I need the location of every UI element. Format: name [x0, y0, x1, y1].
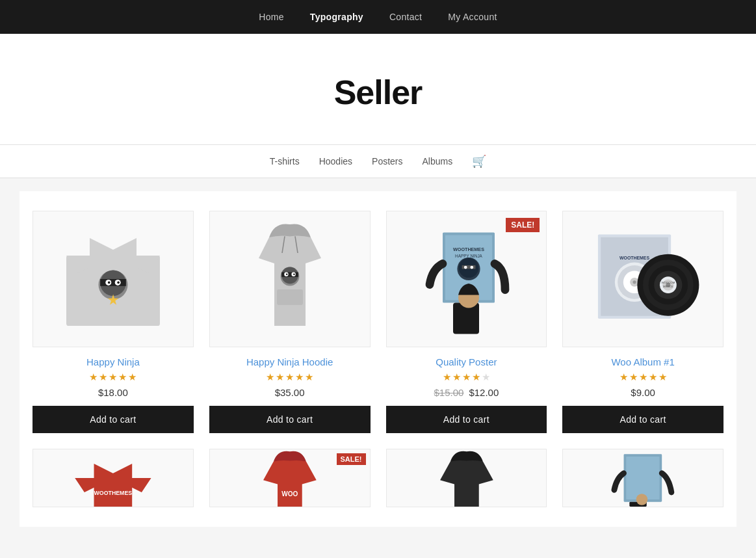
- svg-rect-15: [281, 272, 298, 277]
- product-stars-2: ★★★★★: [266, 371, 313, 383]
- svg-marker-48: [75, 464, 151, 507]
- product-image-2: [209, 211, 371, 347]
- cat-tshirts[interactable]: T-shirts: [270, 156, 300, 166]
- add-to-cart-button-1[interactable]: Add to cart: [33, 406, 194, 433]
- nav-contact[interactable]: Contact: [389, 12, 422, 22]
- nav-typography[interactable]: Typography: [310, 12, 363, 22]
- svg-point-19: [293, 274, 294, 275]
- partial-card-3: [386, 449, 547, 507]
- nav-my-account[interactable]: My Account: [448, 12, 497, 22]
- product-title-1[interactable]: Happy Ninja: [86, 356, 140, 367]
- product-stars-1: ★★★★★: [89, 371, 137, 383]
- svg-point-54: [636, 494, 648, 505]
- product-title-2[interactable]: Happy Ninja Hoodie: [246, 356, 333, 367]
- nav-home[interactable]: Home: [259, 12, 284, 22]
- svg-text:WOOTHEMES: WOOTHEMES: [94, 490, 133, 496]
- partial-card-1: WOOTHEMES: [33, 449, 194, 507]
- top-navigation: Home Typography Contact My Account: [0, 0, 756, 34]
- svg-text:HAPPY NINJA: HAPPY NINJA: [455, 253, 483, 258]
- svg-point-8: [117, 282, 120, 284]
- products-grid-partial: WOOTHEMES SALE! WOO: [33, 449, 723, 507]
- cat-posters[interactable]: Posters: [372, 156, 402, 166]
- svg-rect-10: [277, 289, 303, 305]
- hero-section: Seller: [0, 34, 756, 145]
- svg-rect-52: [626, 457, 659, 499]
- product-image-3: SALE! WOOTHEMES HAPPY NINJA: [386, 211, 547, 347]
- sale-badge-partial-2: SALE!: [337, 453, 366, 465]
- partial-image-3: [386, 449, 547, 507]
- add-to-cart-button-2[interactable]: Add to cart: [209, 406, 371, 433]
- svg-text:WOOTHEMES: WOOTHEMES: [453, 246, 484, 252]
- svg-text:WOOCOM: WOOCOM: [662, 280, 675, 284]
- sale-badge-3: SALE!: [506, 218, 540, 232]
- product-image-4: WOOTHEMES WOOCOM: [562, 211, 723, 347]
- svg-text:MERCE: MERCE: [663, 284, 673, 287]
- products-section: Happy Ninja ★★★★★ $18.00 Add to cart: [20, 191, 736, 527]
- svg-point-27: [464, 265, 467, 269]
- product-price-1: $18.00: [98, 387, 128, 398]
- product-stars-4: ★★★★★: [619, 371, 667, 383]
- page-title: Seller: [13, 73, 743, 112]
- product-price-4: $9.00: [631, 387, 655, 398]
- partial-card-4: [562, 449, 723, 507]
- svg-point-7: [108, 282, 111, 284]
- product-card-1: Happy Ninja ★★★★★ $18.00 Add to cart: [33, 211, 194, 433]
- svg-text:WOO: WOO: [281, 490, 298, 498]
- add-to-cart-button-3[interactable]: Add to cart: [386, 406, 547, 433]
- svg-text:WOOTHEMES: WOOTHEMES: [619, 256, 649, 260]
- partial-image-1: WOOTHEMES: [33, 449, 194, 507]
- svg-rect-4: [100, 279, 126, 286]
- product-card-4: WOOTHEMES WOOCOM: [562, 211, 723, 433]
- svg-point-18: [286, 274, 287, 275]
- svg-point-38: [633, 280, 636, 284]
- product-stars-3: ★★★★★: [443, 371, 490, 383]
- svg-rect-26: [462, 265, 476, 269]
- product-title-4[interactable]: Woo Album #1: [611, 356, 674, 367]
- add-to-cart-button-4[interactable]: Add to cart: [562, 406, 723, 433]
- product-card-2: Happy Ninja Hoodie ★★★★★ $35.00 Add to c…: [209, 211, 371, 433]
- cat-hoodies[interactable]: Hoodies: [319, 156, 352, 166]
- partial-card-2: SALE! WOO: [209, 449, 371, 507]
- cart-icon[interactable]: 🛒: [472, 154, 486, 168]
- partial-image-4: [562, 449, 723, 507]
- product-image-1: [33, 211, 194, 347]
- products-grid: Happy Ninja ★★★★★ $18.00 Add to cart: [33, 211, 723, 433]
- product-title-3[interactable]: Quality Poster: [436, 356, 497, 367]
- product-price-3: $15.00 $12.00: [434, 387, 499, 398]
- cat-albums[interactable]: Albums: [423, 156, 453, 166]
- partial-image-2: SALE! WOO: [209, 449, 371, 507]
- category-navigation: T-shirts Hoodies Posters Albums 🛒: [0, 145, 756, 178]
- product-price-2: $35.00: [275, 387, 305, 398]
- product-card-3: SALE! WOOTHEMES HAPPY NINJA: [386, 211, 547, 433]
- svg-point-28: [471, 265, 474, 269]
